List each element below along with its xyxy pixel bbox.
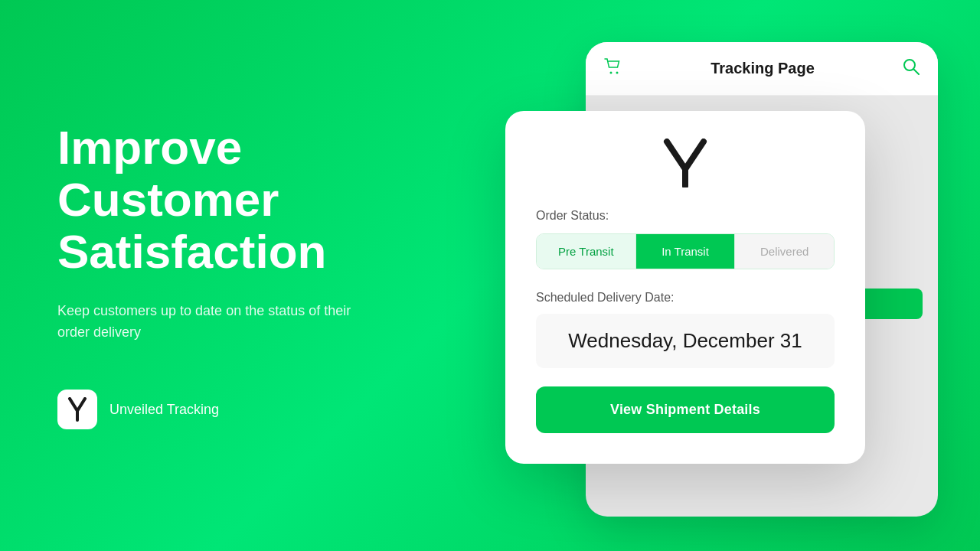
tab-delivered[interactable]: Delivered [735,234,834,269]
main-headline: Improve Customer Satisfaction [57,122,417,279]
brand-label: Unveiled Tracking [109,402,219,418]
brand-badge: Unveiled Tracking [57,390,417,429]
search-icon [903,58,920,79]
left-section: Improve Customer Satisfaction Keep custo… [57,122,417,429]
delivery-date-text: Wednesday, December 31 [568,329,802,352]
right-section: Tracking Page [429,0,980,551]
search-svg [903,58,920,75]
brand-icon-box [57,390,97,429]
floating-card: Order Status: Pre Transit In Transit Del… [505,111,865,464]
card-logo [536,139,835,187]
tab-in-transit[interactable]: In Transit [636,234,736,269]
phone-header: Tracking Page [586,42,938,96]
delivery-date-label: Scheduled Delivery Date: [536,291,835,305]
subtext: Keep customers up to date on the status … [57,299,356,344]
svg-point-0 [610,72,612,74]
svg-line-3 [914,70,920,75]
card-logo-svg [662,139,708,187]
view-shipment-button[interactable]: View Shipment Details [536,386,835,433]
cart-icon [604,58,622,79]
cart-svg [604,58,622,75]
status-tabs: Pre Transit In Transit Delivered [536,233,835,269]
brand-logo-icon [67,397,88,422]
svg-point-1 [616,72,619,74]
order-status-label: Order Status: [536,209,835,223]
delivery-date-box: Wednesday, December 31 [536,314,835,368]
phone-title: Tracking Page [710,60,815,77]
tab-pre-transit[interactable]: Pre Transit [537,234,636,269]
